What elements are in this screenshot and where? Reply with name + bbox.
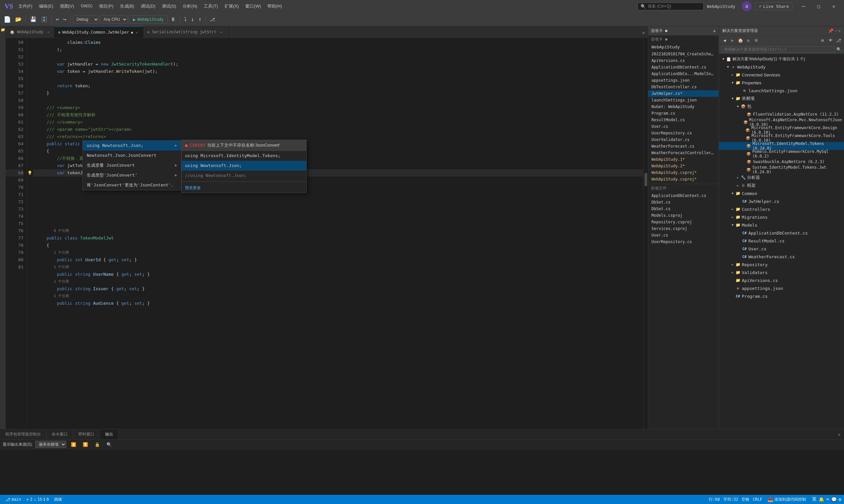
pkg-efcore-tools[interactable]: 📦 Microsoft.EntityFrameworkCore.Tools (6… [719, 134, 844, 142]
status-errors[interactable]: ✕ 2 ⚠ 15 ℹ 0 [24, 497, 51, 502]
controllers-folder[interactable]: ▶ 📁 Controllers [719, 205, 844, 213]
validators-folder[interactable]: ▶ 📁 Validators [719, 268, 844, 276]
ac-item-4[interactable]: 生成类型'JsonConvert' ▶ [83, 170, 181, 180]
framework-folder[interactable]: ▶ 🖥 框架 [719, 181, 844, 190]
pkg-system-identitymodel[interactable]: 📦 System.IdentityModel.Tokens.Jwt (6.24.… [719, 166, 844, 174]
suggestion-3[interactable]: //using Newtonsoft.Json; [182, 170, 306, 181]
solution-root[interactable]: ▼ 📋 解决方案'WebApiStudy'(1 个项目/共 1 个) [719, 55, 844, 63]
settings-icon[interactable]: ⚙ [839, 497, 841, 502]
file-item-userrepository[interactable]: UserRepository.cs [648, 130, 718, 137]
file-item-resultmodel[interactable]: ResultModel.cs [648, 116, 718, 123]
maximize-button[interactable]: □ [811, 0, 826, 13]
menu-debug[interactable]: 调试(D) [137, 2, 159, 11]
tab-webapistudyhome[interactable]: 🏠 WebApiStudy ✕ [6, 26, 54, 38]
file-item-user[interactable]: User.cs [648, 123, 718, 130]
minimize-button[interactable]: ─ [796, 0, 811, 13]
pkg-identitymodel-tokens[interactable]: 📦 Microsoft.IdentityModel.Tokens (6.24.0… [719, 142, 844, 150]
migrations-folder[interactable]: ▶ 📁 Migrations [719, 213, 844, 221]
misc-file-7[interactable]: User.cs [648, 232, 718, 238]
activity-explore[interactable]: 📁 [0, 28, 6, 32]
packages-folder[interactable]: ▼ 📦 包 [719, 103, 844, 110]
new-project-btn[interactable]: 📄 [2, 15, 13, 24]
config-dropdown[interactable]: Debug Release [73, 16, 99, 23]
bottom-close-btn[interactable]: ✕ [835, 430, 844, 439]
sol-filter-btn[interactable]: ⚙ [819, 37, 826, 44]
pkg-pomelo-mysql[interactable]: 📦 Pomelo.EntityFrameworkCore.MySql (6.0.… [719, 150, 844, 158]
file-item-jwthelper[interactable]: JwtHelper.cs* [648, 90, 718, 97]
step-out-btn[interactable]: ↑ [197, 15, 203, 23]
output-btn-4[interactable]: 🔍 [104, 442, 114, 448]
dependencies-folder[interactable]: ▼ 📁 依赖项 [719, 94, 844, 103]
file-item-webapistudymod2[interactable]: WebApiStudy.2* [648, 163, 718, 169]
bottom-tab-command[interactable]: 命令窗口 [47, 430, 73, 439]
notification-icon[interactable]: 🔔 [819, 497, 824, 502]
sol-back-btn[interactable]: ◀ [721, 37, 728, 44]
tab2-close[interactable]: ✕ [136, 31, 137, 34]
bottom-tab-immediate[interactable]: 即时窗口 [73, 430, 100, 439]
output-btn-3[interactable]: 🔒 [93, 442, 102, 448]
file-panel-plus[interactable]: + [713, 28, 716, 34]
step-into-btn[interactable]: ↓ [189, 15, 196, 23]
file-item-appdbcontext[interactable]: ApplicationDbContext.cs [648, 64, 718, 71]
appsettings-root[interactable]: ⚙ appsettings.json [719, 284, 844, 292]
file-item-program[interactable]: Program.cs [648, 110, 718, 116]
preview-link[interactable]: 预览更改 [182, 183, 306, 193]
menu-build[interactable]: 生成(B) [117, 2, 137, 11]
tab3-close[interactable]: ✕ [220, 30, 222, 34]
misc-file-3[interactable]: DbSet.cs [648, 205, 718, 212]
sol-search-icon[interactable]: 🔍 [837, 47, 841, 52]
keyboard-icon[interactable]: ⌨ [826, 497, 829, 502]
ac-item-3[interactable]: 生成变量 JsonConvert ▶ [83, 160, 181, 170]
redo-btn[interactable]: ↪ [62, 15, 68, 23]
file-item-apiversions[interactable]: ApiVersions.cs [648, 57, 718, 64]
jwthelper-cs-item[interactable]: C# JwtHelper.cs [719, 197, 844, 205]
file-item-webapistudymod1[interactable]: WebApiStudy.1* [648, 156, 718, 163]
feedback-icon[interactable]: 💬 [831, 497, 837, 502]
sol-preview-btn[interactable]: 👁 [827, 37, 834, 44]
user-avatar[interactable]: U [742, 1, 752, 11]
pkg-newtonsoftjson[interactable]: 📦 Microsoft.AspNetCore.Mvc.NewtonsoftJso… [719, 118, 844, 126]
pkg-efcore-design[interactable]: 📦 Microsoft.EntityFrameworkCore.Design (… [719, 126, 844, 134]
menu-extensions[interactable]: 扩展(X) [221, 2, 242, 11]
file-item-nuget[interactable]: NuGet: WebApiStudy [648, 104, 718, 110]
misc-file-8[interactable]: UserRepository.cs [648, 238, 718, 245]
liveshare-button[interactable]: ⚡ Live Share [755, 2, 793, 10]
code-editor[interactable]: claims:Claims ); var jwtHandler = new Jw… [33, 38, 643, 487]
run-button[interactable]: ▶ WebApiStudy [128, 16, 168, 23]
tab-serializejwt[interactable]: ⚙ SerializeJwt(string jwtStr) ✕ [143, 26, 229, 38]
file-item-dbcosnapshot[interactable]: ApplicationDbCo...ModelSnapshot.cs [648, 71, 718, 77]
output-source-select[interactable]: 服务依赖项 [35, 441, 66, 448]
save-all-btn[interactable]: 🗄️ [39, 15, 49, 23]
ime-icon[interactable]: 英 [812, 497, 816, 502]
menu-file[interactable]: 文件(F) [15, 2, 36, 11]
misc-file-4[interactable]: Models.csproj [648, 212, 718, 219]
menu-project[interactable]: 项目(P) [96, 2, 116, 11]
sol-pin-btn[interactable]: 📌 [828, 28, 833, 33]
sol-refresh-btn[interactable]: ↻ [745, 37, 752, 44]
bottom-tab-output[interactable]: 输出 [100, 430, 119, 439]
launchsettings-item[interactable]: ⚙ launchSettings.json [719, 87, 844, 94]
repository-folder[interactable]: ▶ 📁 Repository [719, 260, 844, 268]
search-box[interactable]: 🔍 搜索 (Ctrl+Q) [638, 3, 704, 10]
pause-btn[interactable]: ⏸ [169, 15, 177, 23]
open-btn[interactable]: 📂 [14, 15, 23, 23]
status-branch[interactable]: ⎇ main [3, 497, 24, 503]
save-btn[interactable]: 💾 [28, 15, 38, 23]
solution-search-input[interactable] [722, 46, 835, 53]
menu-git[interactable]: Git(G) [77, 2, 96, 11]
menu-tools[interactable]: 工具(T) [201, 2, 221, 11]
analyzers-folder[interactable]: ▶ 🔧 分析器 [719, 174, 844, 181]
step-over-btn[interactable]: ⤵ [182, 15, 188, 23]
file-item-uservalidator[interactable]: UserValidator.cs [648, 137, 718, 143]
status-line-col[interactable]: 行:68 字符:32 空格 CRLF [706, 496, 765, 503]
misc-file-6[interactable]: Services.csproj [648, 225, 718, 232]
suggestion-1[interactable]: using Microsoft.IdentityModel.Tokens; [182, 151, 306, 161]
file-item-launchsettings[interactable]: launchSettings.json [648, 97, 718, 104]
undo-btn[interactable]: ↩ [54, 15, 61, 23]
file-item-weatherforecast[interactable]: WeatherForecast.cs [648, 143, 718, 149]
ac-item-5[interactable]: 将'JsonConvert'更改为'JsonContent'. [83, 180, 181, 190]
ac-item-1[interactable]: using Newtonsoft.Json; ▶ [83, 141, 181, 150]
menu-test[interactable]: 测试(S) [159, 2, 179, 11]
bottom-tab-nuget[interactable]: 程序包管理器控制台 [0, 430, 47, 439]
menu-edit[interactable]: 编辑(E) [36, 2, 56, 11]
